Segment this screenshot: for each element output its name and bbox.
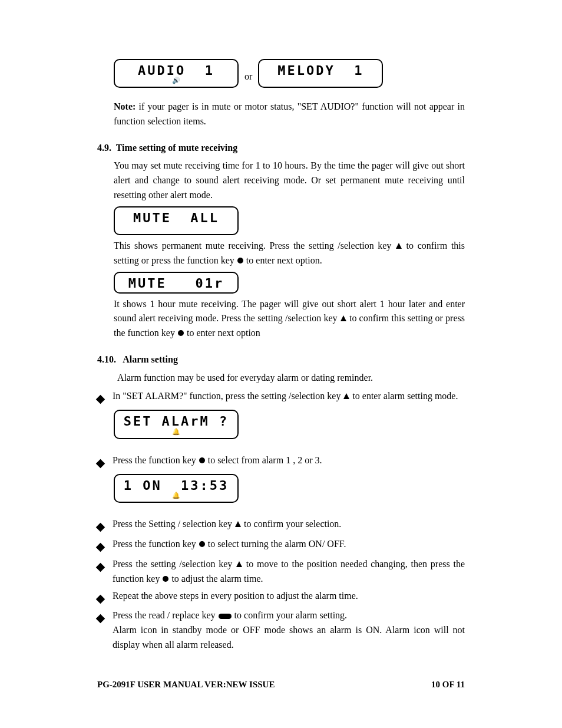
lcd-text: MUTE ALL: [123, 211, 229, 225]
diamond-icon: [96, 523, 105, 532]
bullet-item: Repeat the above steps in every position…: [97, 589, 465, 607]
or-label: or: [243, 70, 253, 88]
svg-marker-0: [396, 243, 402, 249]
lcd-alarm-time: 1 ON 13:53 🔔: [114, 474, 239, 503]
circle-icon: [177, 330, 184, 337]
circle-icon: [162, 575, 169, 582]
lcd-text: 1 ON 13:53: [123, 479, 229, 492]
lcd-mute-all: MUTE ALL: [114, 206, 239, 235]
bullet-item: Press the function key to select from al…: [97, 453, 465, 471]
svg-point-1: [237, 258, 243, 263]
lcd-text: MUTE 01r: [123, 276, 229, 290]
lcd-row-audio-melody: AUDIO 1 🔊 or MELODY 1: [114, 59, 465, 88]
page-footer: PG-2091F USER MANUAL VER:NEW ISSUE 10 OF…: [97, 678, 465, 691]
lcd-text: MELODY 1: [267, 64, 373, 77]
triangle-up-icon: [234, 521, 242, 528]
section-title: Alarm setting: [123, 354, 178, 364]
bullet-item: Press the function key to select turning…: [97, 537, 465, 555]
section-number: 4.10.: [97, 354, 116, 364]
circle-icon: [199, 457, 206, 464]
diamond-icon: [96, 459, 105, 468]
lcd-text: AUDIO 1: [123, 64, 229, 77]
section-4-10-header: 4.10. Alarm setting: [97, 353, 465, 367]
note-label: Note:: [114, 101, 135, 111]
triangle-up-icon: [395, 242, 402, 249]
sound-icon: 🔊: [123, 77, 229, 84]
diamond-icon: [96, 614, 105, 624]
section-4-10-intro: Alarm function may be used for everyday …: [117, 371, 465, 386]
circle-icon: [237, 257, 244, 264]
lcd-audio: AUDIO 1 🔊: [114, 59, 239, 88]
pill-icon: [218, 612, 232, 620]
lcd-set-alarm: SET ALArM ? 🔔: [114, 410, 239, 439]
diamond-icon: [96, 594, 105, 604]
svg-marker-6: [235, 521, 241, 527]
section-4-9-p3: It shows 1 hour mute receiving. The page…: [114, 297, 465, 341]
bell-icon: 🔔: [123, 492, 229, 499]
section-4-9-header: 4.9. Time setting of mute receiving: [97, 141, 465, 156]
svg-point-9: [163, 576, 168, 582]
svg-rect-10: [219, 614, 232, 619]
section-4-9-p2: This shows permanent mute receiving. Pre…: [114, 239, 465, 268]
bullet-item: Press the read / replace key to confirm …: [97, 608, 465, 652]
svg-marker-2: [340, 315, 346, 321]
lcd-text: SET ALArM ?: [123, 414, 229, 428]
triangle-up-icon: [236, 561, 243, 568]
section-number: 4.9.: [97, 143, 111, 153]
svg-point-3: [178, 330, 184, 336]
bullet-item: Press the setting /selection key to move…: [97, 557, 465, 587]
lcd-melody: MELODY 1: [258, 59, 383, 88]
lcd-mute-01r: MUTE 01r: [114, 272, 239, 294]
page: AUDIO 1 🔊 or MELODY 1 Note: if your page…: [0, 0, 562, 728]
circle-icon: [199, 541, 206, 548]
bullet-item: Press the Setting / selection key to con…: [97, 517, 465, 535]
triangle-up-icon: [343, 393, 350, 400]
svg-marker-4: [343, 393, 349, 399]
svg-marker-8: [236, 561, 242, 567]
footer-left: PG-2091F USER MANUAL VER:NEW ISSUE: [97, 678, 275, 691]
bullet-item: In "SET ALARM?" function, press the sett…: [97, 389, 465, 407]
svg-point-7: [199, 541, 205, 547]
svg-point-5: [199, 457, 205, 463]
footer-right: 10 OF 11: [431, 678, 465, 691]
section-4-9-intro: You may set mute receiving time for 1 to…: [114, 159, 465, 202]
note-paragraph: Note: if your pager is in mute or motor …: [114, 100, 465, 129]
diamond-icon: [96, 543, 105, 552]
diamond-icon: [96, 563, 105, 572]
bell-icon: 🔔: [123, 429, 229, 436]
diamond-icon: [96, 394, 105, 404]
section-title: Time setting of mute receiving: [116, 143, 237, 153]
note-text: if your pager is in mute or motor status…: [114, 101, 465, 126]
triangle-up-icon: [340, 315, 347, 322]
